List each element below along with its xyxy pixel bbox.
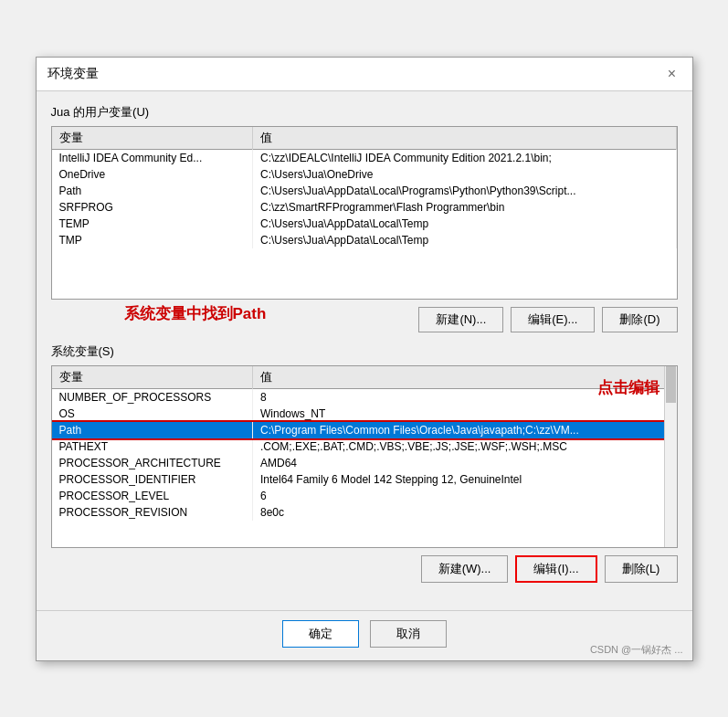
scrollbar-thumb[interactable] — [666, 366, 676, 403]
table-row[interactable]: PROCESSOR_REVISION8e0c — [52, 504, 677, 521]
table-row[interactable]: TEMPC:\Users\Jua\AppData\Local\Temp — [52, 216, 677, 232]
table-row[interactable]: SRFPROGC:\zz\SmartRFProgrammer\Flash Pro… — [52, 199, 677, 216]
table-row[interactable]: PathC:\Program Files\Common Files\Oracle… — [52, 422, 677, 438]
var-cell: TEMP — [52, 216, 253, 232]
val-cell: Intel64 Family 6 Model 142 Stepping 12, … — [253, 471, 677, 488]
val-cell: C:\Program Files\Common Files\Oracle\Jav… — [253, 422, 677, 438]
environment-variables-dialog: 环境变量 × Jua 的用户变量(U) 变量 值 IntelliJ IDEA C… — [36, 57, 693, 661]
val-cell: C:\Users\Jua\AppData\Local\Temp — [253, 232, 677, 248]
ok-button[interactable]: 确定 — [282, 620, 359, 648]
sys-vars-label: 系统变量(S) — [51, 343, 678, 360]
var-cell: PROCESSOR_LEVEL — [52, 488, 253, 504]
watermark: CSDN @一锅好杰 ... — [590, 643, 683, 657]
val-cell: AMD64 — [253, 455, 677, 471]
var-cell: NUMBER_OF_PROCESSORS — [52, 388, 253, 406]
var-cell: OS — [52, 406, 253, 422]
table-row[interactable]: OneDriveC:\Users\Jua\OneDrive — [52, 166, 677, 183]
title-bar: 环境变量 × — [37, 58, 692, 91]
cancel-button[interactable]: 取消 — [370, 620, 447, 648]
var-cell: OneDrive — [52, 166, 253, 183]
table-row[interactable]: PathC:\Users\Jua\AppData\Local\Programs\… — [52, 183, 677, 199]
var-cell: SRFPROG — [52, 199, 253, 216]
var-cell: PROCESSOR_REVISION — [52, 504, 253, 521]
user-vars-new-button[interactable]: 新建(N)... — [418, 307, 503, 332]
val-cell: 6 — [253, 488, 677, 504]
val-cell: C:\zz\SmartRFProgrammer\Flash Programmer… — [253, 199, 677, 216]
table-row[interactable]: PROCESSOR_ARCHITECTUREAMD64 — [52, 455, 677, 471]
user-vars-edit-button[interactable]: 编辑(E)... — [511, 307, 595, 332]
sys-vars-col-var: 变量 — [52, 366, 253, 389]
sys-vars-btn-row: 新建(W)... 编辑(I)... 删除(L) — [51, 555, 678, 583]
annotation-click-edit: 点击编辑 — [597, 377, 659, 398]
user-vars-table: 变量 值 IntelliJ IDEA Community Ed...C:\zz\… — [52, 127, 677, 248]
scrollbar[interactable] — [664, 366, 677, 547]
dialog-body: Jua 的用户变量(U) 变量 值 IntelliJ IDEA Communit… — [37, 91, 692, 606]
user-vars-label: Jua 的用户变量(U) — [51, 104, 678, 121]
var-cell: Path — [52, 183, 253, 199]
table-row[interactable]: TMPC:\Users\Jua\AppData\Local\Temp — [52, 232, 677, 248]
var-cell: PATHEXT — [52, 438, 253, 455]
sys-vars-edit-button[interactable]: 编辑(I)... — [515, 555, 596, 583]
table-row[interactable]: PROCESSOR_LEVEL6 — [52, 488, 677, 504]
table-row[interactable]: NUMBER_OF_PROCESSORS8 — [52, 388, 677, 406]
val-cell: 8e0c — [253, 504, 677, 521]
sys-vars-new-button[interactable]: 新建(W)... — [421, 555, 509, 583]
var-cell: PROCESSOR_ARCHITECTURE — [52, 455, 253, 471]
table-row[interactable]: OSWindows_NT — [52, 406, 677, 422]
user-vars-col-var: 变量 — [52, 127, 253, 150]
var-cell: IntelliJ IDEA Community Ed... — [52, 149, 253, 166]
val-cell: C:\Users\Jua\OneDrive — [253, 166, 677, 183]
sys-vars-delete-button[interactable]: 删除(L) — [605, 555, 678, 583]
sys-vars-table-container: 变量 值 NUMBER_OF_PROCESSORS8OSWindows_NTPa… — [51, 365, 678, 548]
close-button[interactable]: × — [663, 65, 681, 83]
table-row[interactable]: PATHEXT.COM;.EXE;.BAT;.CMD;.VBS;.VBE;.JS… — [52, 438, 677, 455]
val-cell: .COM;.EXE;.BAT;.CMD;.VBS;.VBE;.JS;.JSE;.… — [253, 438, 677, 455]
user-vars-body: IntelliJ IDEA Community Ed...C:\zz\IDEAL… — [52, 149, 677, 248]
val-cell: C:\zz\IDEALC\IntelliJ IDEA Community Edi… — [253, 149, 677, 166]
dialog-title: 环境变量 — [47, 66, 99, 82]
val-cell: C:\Users\Jua\AppData\Local\Temp — [253, 216, 677, 232]
sys-vars-table: 变量 值 NUMBER_OF_PROCESSORS8OSWindows_NTPa… — [52, 366, 677, 521]
var-cell: PROCESSOR_IDENTIFIER — [52, 471, 253, 488]
sys-vars-body: NUMBER_OF_PROCESSORS8OSWindows_NTPathC:\… — [52, 388, 677, 521]
var-cell: TMP — [52, 232, 253, 248]
table-row[interactable]: IntelliJ IDEA Community Ed...C:\zz\IDEAL… — [52, 149, 677, 166]
user-vars-table-container: 变量 值 IntelliJ IDEA Community Ed...C:\zz\… — [51, 126, 678, 300]
user-vars-btn-row: 新建(N)... 编辑(E)... 删除(D) — [51, 307, 678, 332]
var-cell: Path — [52, 422, 253, 438]
user-vars-delete-button[interactable]: 删除(D) — [602, 307, 677, 332]
val-cell: C:\Users\Jua\AppData\Local\Programs\Pyth… — [253, 183, 677, 199]
user-vars-col-val: 值 — [253, 127, 677, 150]
